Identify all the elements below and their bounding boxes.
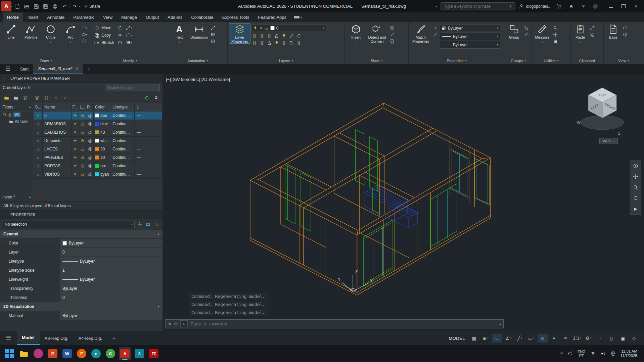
panel-label-block[interactable]: Block▾ [345, 57, 408, 64]
tab-featured-apps[interactable]: Featured Apps [254, 12, 291, 22]
layer-copy-objects-icon[interactable] [288, 40, 295, 46]
redo-button[interactable]: ↷ [71, 2, 79, 11]
cut-icon[interactable] [589, 25, 596, 31]
layer-select[interactable]: ☀ 0 ▾ [251, 24, 326, 32]
layer-plot-icon[interactable] [86, 137, 94, 145]
layer-color-cell[interactable]: blue [94, 120, 111, 128]
help-button[interactable]: ? [579, 2, 588, 11]
polar-tracking-toggle[interactable]: ∠▾ [503, 334, 513, 343]
leader-tool-icon[interactable] [210, 25, 216, 31]
tree-expander-icon[interactable]: ⊟ [3, 112, 6, 117]
open-file-button[interactable] [22, 2, 31, 11]
ungroup-icon[interactable] [522, 25, 529, 31]
measure-button[interactable]: Measure▾ [534, 24, 551, 44]
wifi-icon[interactable] [590, 351, 596, 356]
layer-properties-button[interactable]: Layer Properties [229, 24, 250, 43]
quick-select-icon[interactable] [552, 25, 559, 31]
redo-chevron-icon[interactable]: ▾ [79, 5, 80, 8]
new-property-filter-button[interactable] [3, 94, 10, 101]
model-space-badge[interactable]: MODEL [449, 336, 465, 341]
new-file-button[interactable] [13, 2, 22, 11]
new-tab-button[interactable]: ＋ [83, 64, 95, 74]
filezilla-icon[interactable]: FZ [148, 347, 160, 360]
invert-filter-toggle[interactable]: Invert f« [0, 193, 34, 201]
tab-output[interactable]: Output [141, 12, 163, 22]
autocad-taskbar-icon[interactable]: A [119, 347, 131, 360]
section-3d-visualization[interactable]: 3D Visualization▾ [0, 302, 163, 311]
undo-button[interactable]: ↶ [60, 2, 69, 11]
workspace-switcher[interactable]: ▾ [291, 12, 306, 22]
autodesk-access-button[interactable]: A▾ [567, 2, 576, 11]
properties-paint-icon[interactable] [432, 32, 439, 38]
powerpoint-icon[interactable]: P [47, 347, 59, 360]
layer-isolate-icon[interactable] [259, 33, 265, 39]
edge-browser-icon[interactable]: e [90, 347, 102, 360]
layer-lock-icon[interactable] [79, 162, 86, 170]
tray-expand-icon[interactable]: ^ [560, 351, 563, 356]
layer-on-icon[interactable]: ☀ [72, 111, 79, 120]
viewport-config-icon[interactable] [622, 25, 629, 31]
scale-tool-icon[interactable] [117, 40, 123, 46]
group-edit-icon[interactable] [522, 32, 529, 38]
command-history-scroll-icon[interactable]: ▴ [499, 322, 501, 326]
tab-annotate[interactable]: Annotate [43, 12, 69, 22]
layer-color-cell[interactable]: 255 [94, 111, 111, 120]
layer-lock-icon[interactable] [79, 111, 86, 120]
layer-lock-icon[interactable] [79, 153, 86, 162]
save-as-button[interactable] [41, 2, 50, 11]
layer-row[interactable]: ◇ LAGES ☀ 30 Continu... — [34, 145, 163, 153]
block-attributes-icon[interactable] [389, 38, 396, 44]
panel-label-annotation[interactable]: Annotation▾ [168, 57, 227, 64]
word-icon[interactable]: W [61, 347, 73, 360]
polyline-tool[interactable]: Polyline [21, 24, 40, 39]
edit-block-icon[interactable] [389, 32, 396, 38]
copy-clip-icon[interactable] [589, 32, 596, 38]
panel-label-modify[interactable]: Modify▾ [92, 57, 168, 64]
tab-view[interactable]: View [99, 12, 117, 22]
property-row[interactable]: Material ByLayer [0, 311, 163, 320]
ortho-mode-toggle[interactable]: ∟ [492, 334, 502, 343]
autocad-app-menu[interactable]: A [1, 1, 11, 11]
filter-all[interactable]: ⊟ All [0, 111, 34, 118]
layer-lock-icon[interactable] [79, 120, 86, 128]
property-row[interactable]: Thickness 0 [0, 293, 163, 302]
set-current-layer-button[interactable]: ✓ [61, 94, 69, 101]
properties-palette-title[interactable]: ⋮⋮PROPERTIES [0, 211, 163, 219]
tab-add-ins[interactable]: Add-ins [163, 12, 187, 22]
file-tabs-menu-button[interactable]: ☰ [0, 64, 15, 74]
layer-lock-icon[interactable] [79, 128, 86, 136]
rotate-tool-icon[interactable] [117, 25, 123, 31]
new-layout-button[interactable]: ＋ [107, 335, 121, 342]
tab-document[interactable]: Semana9_t0_max*✕ [33, 64, 83, 74]
notifications-button[interactable] [591, 2, 600, 11]
lineweight-select[interactable]: ByLayer▾ [440, 33, 500, 40]
fillet-tool-icon[interactable]: ▾ [126, 32, 132, 38]
line-tool[interactable]: Line [2, 24, 20, 39]
delete-layer-button[interactable]: ✕ [52, 94, 59, 101]
tab-manage[interactable]: Manage [117, 12, 141, 22]
viewport-controls[interactable]: [−] [166, 77, 171, 82]
share-button[interactable]: ✈ Share [84, 4, 100, 9]
maximize-button[interactable] [622, 4, 626, 8]
layer-off-icon[interactable] [281, 33, 287, 39]
capture-app-icon[interactable]: G [104, 347, 117, 360]
command-input[interactable] [190, 321, 497, 327]
layer-search[interactable] [105, 84, 160, 91]
layer-row[interactable]: ◇ PAREDES ☀ 30 Continu... — [34, 153, 163, 162]
panel-label-groups[interactable]: Groups▾ [505, 57, 532, 64]
clock[interactable]: 11:31 AM11/7/2025 [620, 349, 637, 358]
layer-plot-icon[interactable] [86, 111, 94, 120]
layer-on-icon[interactable]: ☀ [72, 120, 79, 128]
property-row[interactable]: Color ByLayer [0, 239, 163, 248]
annotation-scale-button[interactable]: 1:1▾ [572, 334, 582, 343]
layer-row[interactable]: ◇ VIDROS ☀ cyan Continu... — [34, 170, 163, 179]
new-group-filter-button[interactable] [12, 94, 19, 101]
layer-state-icon[interactable] [251, 33, 258, 39]
layer-plot-icon[interactable] [86, 170, 94, 178]
layer-row[interactable]: ✓ 0 ☀ 255 Continu... — [34, 111, 163, 120]
layer-on-all-icon[interactable] [273, 40, 280, 46]
app-store-button[interactable] [555, 2, 563, 11]
detect-convert-button[interactable]: Detect and Convert [366, 24, 388, 43]
group-button[interactable]: Group [507, 24, 521, 39]
isolate-objects-button[interactable]: ▯ [606, 334, 616, 343]
